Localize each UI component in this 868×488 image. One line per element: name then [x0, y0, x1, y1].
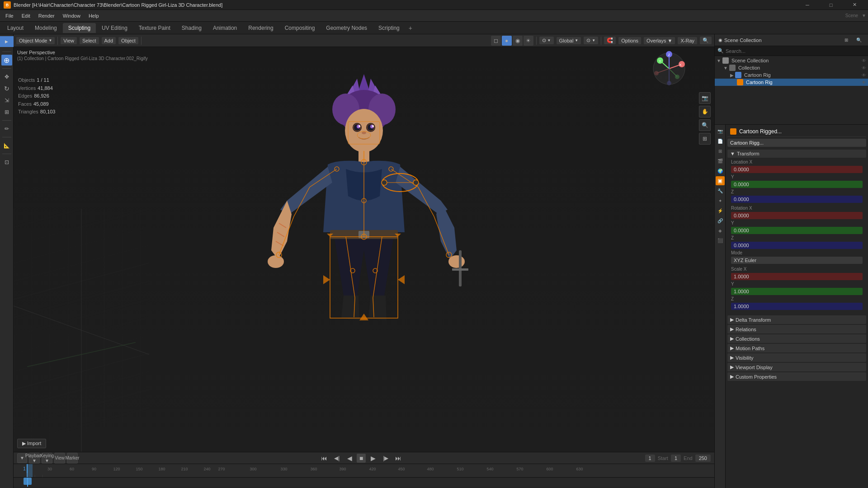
viewport-display-header[interactable]: ▶ Viewport Display	[727, 363, 866, 371]
outliner-search-input[interactable]	[726, 48, 865, 54]
tab-sculpting[interactable]: Sculpting	[63, 23, 96, 33]
current-frame-display[interactable]: 1	[645, 455, 655, 462]
overlay-btn[interactable]: Overlays ▼	[644, 37, 675, 44]
close-button[interactable]: ✕	[844, 0, 864, 10]
add-menu-btn[interactable]: Add	[102, 37, 116, 44]
camera-view-btn[interactable]: 📷	[699, 92, 711, 104]
cartoon-rig-child-item[interactable]: Cartoon Rig 👁	[715, 79, 868, 86]
view-layer-icon[interactable]: ⊞	[716, 146, 725, 155]
add-workspace-button[interactable]: +	[406, 23, 415, 33]
world-props-icon[interactable]: 🌍	[716, 166, 725, 175]
select-menu-btn[interactable]: Select	[80, 37, 99, 44]
stop-btn[interactable]: ■	[357, 454, 366, 463]
cursor-tool-btn[interactable]: ⊕	[1, 55, 12, 66]
outliner-filter-btn[interactable]: ⊞	[841, 35, 852, 46]
cartoon-rig-parent-item[interactable]: ▶ Cartoon Rig 👁	[715, 71, 868, 79]
play-back-btn[interactable]: ◀	[344, 453, 355, 464]
scene-collection-item[interactable]: ▼ Scene Collection 👁	[715, 57, 868, 64]
3d-viewport[interactable]: User Perspective (1) Collection | Cartoo…	[14, 47, 714, 452]
wireframe-btn[interactable]: ◻	[491, 36, 501, 46]
menu-window[interactable]: Window	[59, 12, 84, 19]
delta-transform-header[interactable]: ▶ Delta Transform	[727, 315, 866, 324]
minimize-button[interactable]: ─	[797, 0, 817, 10]
snap-btn[interactable]: 🧲	[604, 37, 616, 44]
prev-keyframe-btn[interactable]: ◀|	[331, 453, 342, 464]
outliner-search-toggle[interactable]: 🔍	[854, 35, 864, 46]
relations-header[interactable]: ▶ Relations	[727, 325, 866, 333]
add-cube-btn[interactable]: ⊡	[1, 157, 12, 168]
particles-props-icon[interactable]: ✦	[716, 196, 725, 205]
options-btn[interactable]: Options	[618, 37, 641, 44]
scale-z-field[interactable]: 1.0000	[731, 303, 863, 310]
marker-btn[interactable]: Marker	[67, 453, 78, 464]
keying-btn[interactable]: Keying ▼	[42, 453, 52, 464]
location-x[interactable]: 0.0000	[731, 166, 863, 173]
annotate-tool-btn[interactable]: ✏	[1, 123, 12, 134]
pivot-dropdown[interactable]: ⊙ ▼	[539, 37, 554, 44]
menu-edit[interactable]: Edit	[18, 12, 34, 19]
render-props-icon[interactable]: 📷	[716, 127, 725, 136]
next-keyframe-btn[interactable]: |▶	[380, 453, 391, 464]
start-frame-display[interactable]: 1	[671, 455, 681, 462]
timeline-tracks[interactable]	[14, 478, 714, 487]
view-timeline-btn[interactable]: View	[54, 453, 65, 464]
move-tool-btn[interactable]: ✥	[1, 71, 12, 82]
navigation-widget[interactable]: X Y Z	[651, 51, 687, 87]
maximize-button[interactable]: □	[821, 0, 841, 10]
visibility-header[interactable]: ▶ Visibility	[727, 353, 866, 362]
jump-start-btn[interactable]: ⏮	[319, 453, 330, 464]
view-menu-btn[interactable]: View	[61, 37, 77, 44]
end-frame-display[interactable]: 250	[695, 455, 711, 462]
rotation-mode-field[interactable]: XYZ Euler	[731, 257, 863, 264]
tab-modeling[interactable]: Modeling	[29, 23, 62, 33]
play-btn[interactable]: ▶	[368, 453, 378, 464]
material-btn[interactable]: ◉	[513, 36, 523, 46]
jump-end-btn[interactable]: ⏭	[393, 453, 404, 464]
collections-header[interactable]: ▶ Collections	[727, 334, 866, 343]
custom-properties-header[interactable]: ▶ Custom Properties	[727, 372, 866, 381]
search-btn[interactable]: 🔍	[700, 37, 712, 44]
grid-view-btn[interactable]: ⊞	[699, 133, 711, 145]
output-props-icon[interactable]: 📄	[716, 136, 725, 145]
import-button[interactable]: ▶ Import	[17, 439, 46, 448]
scale-x-field[interactable]: 1.0000	[731, 273, 863, 280]
mode-dropdown[interactable]: Object Mode ▼	[16, 37, 55, 44]
hand-btn[interactable]: ✋	[699, 106, 711, 117]
rendered-btn[interactable]: ☀	[524, 36, 533, 46]
scale-y-field[interactable]: 1.0000	[731, 288, 863, 295]
zoom-btn[interactable]: 🔍	[699, 119, 711, 131]
tab-compositing[interactable]: Compositing	[279, 23, 321, 33]
rotation-z-field[interactable]: 0.0000	[731, 242, 863, 249]
data-props-icon[interactable]: ◈	[716, 226, 725, 235]
tab-geometry-nodes[interactable]: Geometry Nodes	[321, 23, 373, 33]
transform-dropdown[interactable]: Global ▼	[557, 37, 581, 44]
tab-layout[interactable]: Layout	[2, 23, 29, 33]
tab-scripting[interactable]: Scripting	[373, 23, 405, 33]
playback-btn[interactable]: Playback ▼	[29, 453, 40, 464]
rotation-x-field[interactable]: 0.0000	[731, 212, 863, 219]
tab-rendering[interactable]: Rendering	[243, 23, 278, 33]
object-menu-btn[interactable]: Object	[118, 37, 138, 44]
rotate-tool-btn[interactable]: ↻	[1, 83, 12, 94]
measure-tool-btn[interactable]: 📐	[1, 140, 12, 151]
proportional-dropdown[interactable]: ⊙ ▼	[584, 37, 598, 44]
tab-animation[interactable]: Animation	[208, 23, 242, 33]
motion-paths-header[interactable]: ▶ Motion Paths	[727, 344, 866, 352]
menu-file[interactable]: File	[2, 12, 17, 19]
transform-tool-btn[interactable]: ⊞	[1, 107, 12, 117]
collection-item[interactable]: ▼ Collection 👁	[715, 64, 868, 71]
outliner-search-bar[interactable]: 🔍	[715, 46, 868, 56]
solid-btn[interactable]: ●	[502, 36, 512, 46]
menu-help[interactable]: Help	[85, 12, 103, 19]
modifier-props-icon[interactable]: 🔧	[716, 186, 725, 195]
location-y-field[interactable]: 0.0000	[731, 181, 863, 188]
scene-props-icon[interactable]: 🎬	[716, 156, 725, 165]
scale-tool-btn[interactable]: ⇲	[1, 95, 12, 106]
constraints-props-icon[interactable]: 🔗	[716, 216, 725, 225]
physics-props-icon[interactable]: ⚡	[716, 206, 725, 215]
location-z-field[interactable]: 0.0000	[731, 196, 863, 203]
tab-uv-editing[interactable]: UV Editing	[96, 23, 133, 33]
tab-texture-paint[interactable]: Texture Paint	[133, 23, 176, 33]
material-props-icon[interactable]: ⬛	[716, 236, 725, 245]
rotation-y-field[interactable]: 0.0000	[731, 227, 863, 234]
